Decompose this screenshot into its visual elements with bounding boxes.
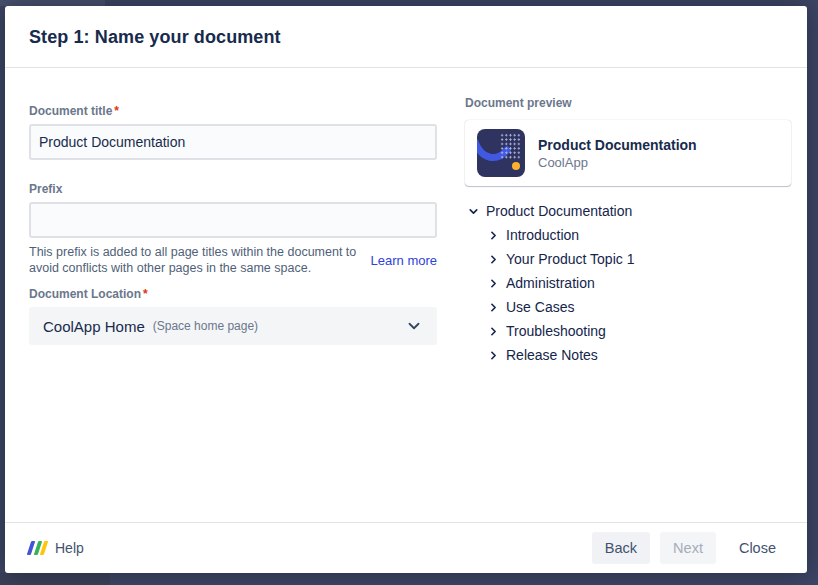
prefix-label: Prefix bbox=[29, 182, 437, 196]
chevron-right-icon[interactable] bbox=[485, 323, 501, 339]
prefix-helper-text: This prefix is added to all page titles … bbox=[29, 244, 361, 276]
tree-item-label: Introduction bbox=[506, 227, 579, 243]
document-location-hint: (Space home page) bbox=[153, 319, 258, 333]
backdrop-artifact-bottom bbox=[0, 573, 110, 585]
help-label: Help bbox=[55, 540, 84, 556]
preview-card-text: Product Documentation CoolApp bbox=[538, 137, 697, 170]
chevron-right-icon[interactable] bbox=[485, 251, 501, 267]
tree-item[interactable]: Use Cases bbox=[465, 295, 791, 319]
modal-header: Step 1: Name your document bbox=[5, 6, 807, 68]
document-location-select[interactable]: CoolApp Home (Space home page) bbox=[29, 307, 437, 345]
tree-item-root[interactable]: Product Documentation bbox=[465, 199, 791, 223]
tree-item[interactable]: Administration bbox=[465, 271, 791, 295]
tree-item-label: Administration bbox=[506, 275, 595, 291]
create-document-modal: Step 1: Name your document Document titl… bbox=[5, 6, 807, 573]
preview-page-tree: Product Documentation Introduction Your … bbox=[465, 199, 791, 367]
chevron-right-icon[interactable] bbox=[485, 347, 501, 363]
tree-item-label: Product Documentation bbox=[486, 203, 632, 219]
document-preview-heading: Document preview bbox=[465, 96, 791, 110]
required-asterisk: * bbox=[112, 104, 119, 118]
tree-item-label: Release Notes bbox=[506, 347, 598, 363]
document-preview-card: Product Documentation CoolApp bbox=[465, 120, 791, 186]
tree-item-label: Troubleshooting bbox=[506, 323, 606, 339]
modal-footer: Help Back Next Close bbox=[5, 522, 807, 573]
preview-card-subtitle: CoolApp bbox=[538, 155, 697, 170]
tree-item[interactable]: Troubleshooting bbox=[465, 319, 791, 343]
next-button[interactable]: Next bbox=[660, 532, 716, 564]
preview-card-title: Product Documentation bbox=[538, 137, 697, 153]
document-title-input[interactable] bbox=[29, 124, 437, 160]
tree-item[interactable]: Your Product Topic 1 bbox=[465, 247, 791, 271]
icon-dot-grid bbox=[500, 133, 521, 159]
tree-item-label: Your Product Topic 1 bbox=[506, 251, 634, 267]
tree-item-label: Use Cases bbox=[506, 299, 574, 315]
preview-column: Document preview Product Documentation C… bbox=[465, 96, 791, 522]
document-theme-icon bbox=[477, 129, 525, 177]
document-location-value: CoolApp Home bbox=[43, 318, 145, 335]
chevron-right-icon[interactable] bbox=[485, 275, 501, 291]
chevron-right-icon[interactable] bbox=[485, 227, 501, 243]
document-location-label: Document Location* bbox=[29, 287, 437, 301]
chevron-down-icon bbox=[405, 317, 423, 335]
document-title-label: Document title* bbox=[29, 104, 437, 118]
learn-more-link[interactable]: Learn more bbox=[371, 253, 437, 268]
k15t-slashes-icon bbox=[29, 541, 46, 555]
close-button[interactable]: Close bbox=[726, 532, 789, 564]
icon-yellow-dot bbox=[512, 162, 520, 170]
back-button[interactable]: Back bbox=[592, 532, 650, 564]
modal-title: Step 1: Name your document bbox=[29, 27, 783, 48]
required-asterisk: * bbox=[141, 287, 148, 301]
tree-item[interactable]: Release Notes bbox=[465, 343, 791, 367]
chevron-right-icon[interactable] bbox=[485, 299, 501, 315]
tree-item[interactable]: Introduction bbox=[465, 223, 791, 247]
form-column: Document title* Prefix This prefix is ad… bbox=[29, 96, 437, 522]
chevron-down-icon[interactable] bbox=[465, 203, 481, 219]
prefix-helper-row: This prefix is added to all page titles … bbox=[29, 244, 437, 276]
prefix-input[interactable] bbox=[29, 202, 437, 238]
help-button[interactable]: Help bbox=[29, 540, 84, 556]
modal-body: Document title* Prefix This prefix is ad… bbox=[5, 68, 807, 522]
